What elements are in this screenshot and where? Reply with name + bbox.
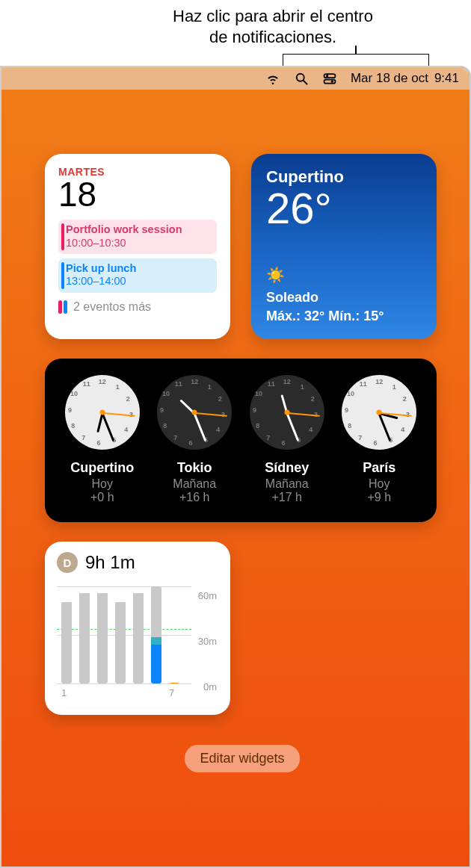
chart-bar: [133, 589, 144, 683]
callout-text: Haz clic para abrir el centro de notific…: [0, 6, 471, 47]
clock-face: 121234567891011: [65, 375, 140, 450]
x-tick: 7: [169, 687, 174, 698]
svg-rect-2: [324, 74, 335, 78]
svg-point-3: [326, 75, 328, 77]
menubar-date: Mar 18 de oct: [351, 71, 428, 86]
event-title: Pick up lunch: [66, 262, 211, 275]
chart-bar: [115, 595, 126, 683]
chart-bar: [151, 586, 161, 683]
weather-range: Máx.: 32° Mín.: 15°: [266, 307, 422, 326]
clock-offset: +17 h: [243, 491, 331, 504]
calendar-event[interactable]: Pick up lunch 13:00–14:00: [58, 258, 217, 293]
clock-city-name: Cupertino: [58, 460, 147, 476]
weather-temp: 26°: [266, 187, 422, 230]
clock-face: 121234567891011: [250, 375, 324, 450]
clock-offset: +16 h: [151, 491, 239, 504]
calendar-event[interactable]: Portfolio work session 10:00–10:30: [58, 220, 217, 254]
clock-face: 121234567891011: [157, 375, 232, 450]
world-clock-widget[interactable]: 121234567891011 Cupertino Hoy +0 h 12123…: [45, 359, 437, 522]
svg-line-1: [304, 81, 307, 84]
svg-rect-4: [324, 80, 335, 84]
y-tick: 60m: [198, 590, 217, 601]
x-tick: 1: [61, 687, 67, 698]
sun-icon: ☀️: [266, 264, 422, 285]
chart-bar: [79, 589, 90, 683]
callout-line1: Haz clic para abrir el centro: [75, 6, 471, 27]
menubar-datetime[interactable]: Mar 18 de oct 9:41: [351, 71, 459, 86]
svg-point-5: [331, 81, 333, 83]
notification-center: MARTES 18 Portfolio work session 10:00–1…: [1, 90, 470, 790]
search-icon[interactable]: [294, 71, 309, 86]
clock-city-name: Sídney: [243, 460, 331, 476]
calendar-more[interactable]: 2 eventos más: [58, 300, 217, 314]
clock-city-name: París: [336, 460, 424, 476]
screen-time-chart: 60m 30m 0m 1 7: [57, 579, 218, 698]
event-color-pill: [64, 300, 67, 314]
calendar-events: Portfolio work session 10:00–10:30 Pick …: [58, 220, 217, 293]
clock-day: Hoy: [58, 477, 147, 491]
weather-condition: Soleado: [266, 288, 422, 307]
clock-day: Mañana: [243, 477, 331, 491]
clock-city-name: Tokio: [151, 460, 239, 476]
event-color-pill: [58, 300, 62, 314]
control-center-icon[interactable]: [322, 71, 337, 86]
clock-offset: +0 h: [58, 491, 147, 504]
event-time: 10:00–10:30: [66, 237, 211, 249]
desktop-frame: Mar 18 de oct 9:41 MARTES 18 Portfolio w…: [0, 66, 471, 868]
world-clock-city: 121234567891011 Tokio Mañana +16 h: [151, 375, 239, 504]
edit-widgets-button[interactable]: Editar widgets: [185, 745, 299, 772]
clock-face: 121234567891011: [342, 375, 416, 450]
event-title: Portfolio work session: [66, 223, 211, 236]
world-clock-city: 121234567891011 Sídney Mañana +17 h: [243, 375, 331, 504]
menubar-time: 9:41: [434, 71, 459, 86]
weather-widget[interactable]: Cupertino 26° ☀️ Soleado Máx.: 32° Mín.:…: [251, 154, 437, 339]
world-clock-city: 121234567891011 Cupertino Hoy +0 h: [58, 375, 147, 504]
world-clock-city: 121234567891011 París Hoy +9 h: [336, 375, 424, 504]
clock-day: Hoy: [336, 477, 424, 491]
calendar-daynum: 18: [58, 176, 217, 212]
clock-offset: +9 h: [336, 491, 424, 504]
chart-bar: [97, 589, 108, 683]
callout-line2: de notificaciones.: [75, 27, 471, 48]
clock-day: Mañana: [151, 477, 239, 491]
chart-bar: [61, 595, 72, 683]
calendar-more-label: 2 eventos más: [73, 300, 151, 314]
screen-time-widget[interactable]: D 9h 1m 60m 30m 0m 1 7: [45, 542, 230, 715]
avatar: D: [57, 552, 78, 573]
wifi-icon[interactable]: [265, 71, 280, 86]
y-tick: 0m: [203, 681, 217, 692]
callout-bracket: [283, 54, 429, 66]
y-tick: 30m: [198, 636, 217, 647]
chart-bar: [169, 675, 179, 683]
calendar-widget[interactable]: MARTES 18 Portfolio work session 10:00–1…: [45, 154, 230, 339]
menubar: Mar 18 de oct 9:41: [1, 67, 470, 90]
screen-time-total: 9h 1m: [85, 552, 135, 573]
event-time: 13:00–14:00: [66, 275, 211, 288]
